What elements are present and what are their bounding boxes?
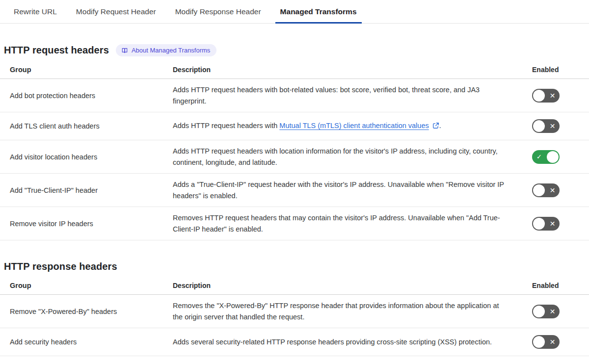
group-cell: Remove visitor IP headers	[0, 220, 173, 228]
column-header-description: Description	[173, 282, 532, 289]
group-cell: Add visitor location headers	[0, 153, 173, 161]
table-row: Remove "X-Powered-By" headers Removes th…	[0, 295, 589, 328]
group-cell: Add "True-Client-IP" header	[0, 186, 173, 194]
group-cell: Add bot protection headers	[0, 92, 173, 100]
table-header-row: Group Description Enabled	[0, 279, 589, 295]
toggle-switch[interactable]: ✕	[532, 119, 560, 133]
tab-modify-response-header[interactable]: Modify Response Header	[175, 0, 262, 23]
request-headers-section: HTTP request headers About Managed Trans…	[0, 44, 589, 240]
description-cell: Adds HTTP request headers with Mutual TL…	[173, 120, 532, 132]
toggle-state-icon: ✕	[545, 217, 560, 231]
toggle-switch[interactable]: ✕	[532, 89, 560, 103]
toggle-knob	[547, 151, 559, 163]
column-header-enabled: Enabled	[532, 66, 589, 74]
section-title-request-headers: HTTP request headers	[4, 45, 109, 56]
toggle-switch[interactable]: ✕	[532, 305, 560, 318]
description-cell: Removes the "X-Powered-By" HTTP response…	[173, 300, 532, 322]
table-row: Add TLS client auth headers Adds HTTP re…	[0, 112, 589, 140]
about-badge-label: About Managed Transforms	[132, 47, 210, 54]
group-cell: Add TLS client auth headers	[0, 122, 173, 130]
description-link[interactable]: Mutual TLS (mTLS) client authentication …	[279, 122, 428, 130]
description-cell: Removes HTTP request headers that may co…	[173, 212, 532, 234]
external-link-icon	[432, 121, 439, 132]
description-cell: Adds a "True-Client-IP" request header w…	[173, 179, 532, 201]
table-row: Add bot protection headers Adds HTTP req…	[0, 79, 589, 112]
request-headers-table: Group Description Enabled Add bot protec…	[0, 63, 589, 240]
response-headers-table: Group Description Enabled Remove "X-Powe…	[0, 279, 589, 356]
toggle-state-icon: ✓	[532, 150, 546, 164]
toggle-switch[interactable]: ✕	[532, 335, 560, 349]
description-cell: Adds HTTP request headers with location …	[173, 146, 532, 168]
about-managed-transforms-badge[interactable]: About Managed Transforms	[116, 44, 216, 56]
toggle-knob	[533, 218, 545, 230]
table-row: Add visitor location headers Adds HTTP r…	[0, 140, 589, 174]
response-headers-section: HTTP response headers Group Description …	[0, 261, 589, 356]
book-icon	[121, 47, 128, 54]
description-cell: Adds HTTP request headers with bot-relat…	[173, 84, 532, 106]
toggle-knob	[533, 336, 545, 348]
group-cell: Add security headers	[0, 338, 173, 346]
toggle-knob	[533, 306, 545, 317]
toggle-knob	[533, 184, 545, 196]
section-title-response-headers: HTTP response headers	[4, 261, 117, 272]
toggle-state-icon: ✕	[545, 305, 560, 318]
column-header-group: Group	[0, 66, 173, 74]
column-header-description: Description	[173, 66, 532, 74]
tab-rewrite-url[interactable]: Rewrite URL	[13, 0, 57, 23]
table-row: Remove visitor IP headers Removes HTTP r…	[0, 207, 589, 240]
table-header-row: Group Description Enabled	[0, 63, 589, 79]
toggle-state-icon: ✕	[545, 183, 560, 197]
toggle-knob	[533, 120, 545, 132]
column-header-group: Group	[0, 282, 173, 289]
table-row: Add "True-Client-IP" header Adds a "True…	[0, 174, 589, 207]
description-cell: Adds several security-related HTTP respo…	[173, 337, 532, 348]
toggle-switch[interactable]: ✕	[532, 183, 560, 197]
tab-modify-request-header[interactable]: Modify Request Header	[76, 0, 157, 23]
column-header-enabled: Enabled	[532, 282, 589, 289]
toggle-state-icon: ✕	[545, 335, 560, 349]
toggle-state-icon: ✕	[545, 119, 560, 133]
toggle-switch[interactable]: ✕	[532, 217, 560, 231]
toggle-knob	[533, 90, 545, 102]
toggle-state-icon: ✕	[545, 89, 560, 103]
group-cell: Remove "X-Powered-By" headers	[0, 308, 173, 315]
tab-managed-transforms[interactable]: Managed Transforms	[280, 0, 357, 23]
toggle-switch[interactable]: ✓	[532, 150, 560, 164]
tab-bar: Rewrite URLModify Request HeaderModify R…	[0, 0, 589, 24]
table-row: Add security headers Adds several securi…	[0, 328, 589, 356]
